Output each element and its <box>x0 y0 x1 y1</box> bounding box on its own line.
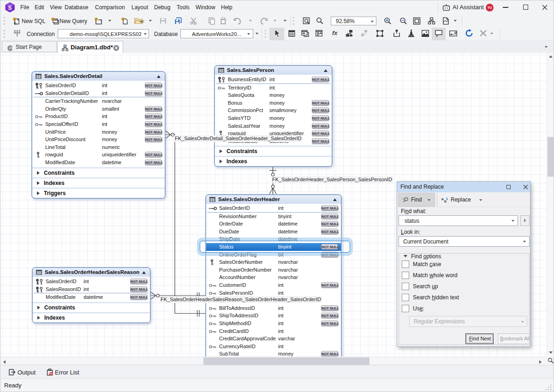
svg-text:S: S <box>8 5 12 11</box>
svg-text:1: 1 <box>10 47 11 50</box>
svg-text:b: b <box>444 199 447 203</box>
svg-text:a: a <box>441 197 444 201</box>
